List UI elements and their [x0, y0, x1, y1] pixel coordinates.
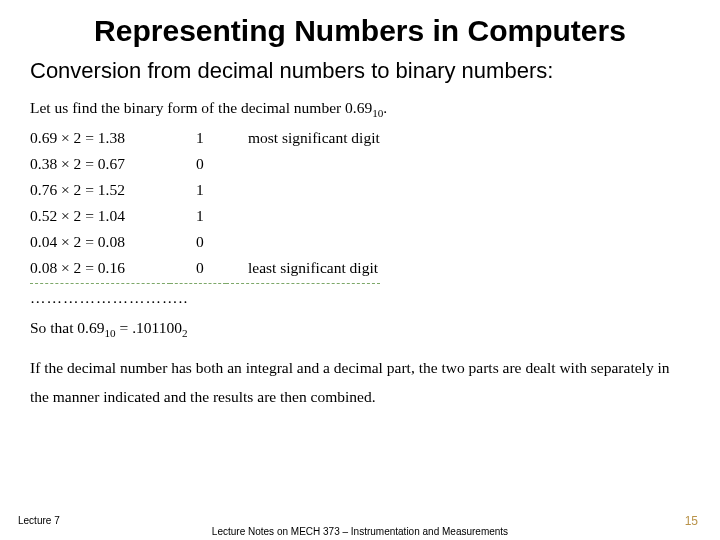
step-equation: 0.69 × 2 = 1.38 — [30, 126, 170, 152]
table-row: 0.08 × 2 = 0.16 0 least significant digi… — [30, 256, 380, 284]
slide-title: Representing Numbers in Computers — [28, 14, 692, 48]
footer-lecture-number: Lecture 7 — [18, 515, 60, 526]
slide-subtitle: Conversion from decimal numbers to binar… — [30, 58, 692, 84]
intro-prefix: Let us find the binary form of the decim… — [30, 99, 372, 116]
intro-subscript: 10 — [372, 107, 383, 119]
result-prefix: So that 0.69 — [30, 319, 105, 336]
result-sub1: 10 — [105, 327, 116, 339]
step-equation: 0.04 × 2 = 0.08 — [30, 230, 170, 256]
step-equation: 0.38 × 2 = 0.67 — [30, 152, 170, 178]
step-bit: 0 — [170, 152, 226, 178]
step-bit: 1 — [170, 178, 226, 204]
page-number: 15 — [685, 514, 698, 528]
table-row: 0.76 × 2 = 1.52 1 — [30, 178, 380, 204]
step-note — [226, 178, 380, 204]
step-note — [226, 152, 380, 178]
result-mid: = .101100 — [116, 319, 182, 336]
intro-line: Let us find the binary form of the decim… — [30, 96, 692, 120]
table-row: 0.52 × 2 = 1.04 1 — [30, 204, 380, 230]
table-row: 0.04 × 2 = 0.08 0 — [30, 230, 380, 256]
step-equation: 0.76 × 2 = 1.52 — [30, 178, 170, 204]
result-sub2: 2 — [182, 327, 188, 339]
step-note — [226, 204, 380, 230]
slide-content: Let us find the binary form of the decim… — [30, 96, 692, 411]
conversion-steps-table: 0.69 × 2 = 1.38 1 most significant digit… — [30, 126, 380, 284]
combined-note: If the decimal number has both an integr… — [30, 354, 692, 411]
step-equation: 0.52 × 2 = 1.04 — [30, 204, 170, 230]
step-bit: 1 — [170, 126, 226, 152]
step-note: most significant digit — [226, 126, 380, 152]
result-line: So that 0.6910 = .1011002 — [30, 316, 692, 340]
step-bit: 1 — [170, 204, 226, 230]
step-bit: 0 — [170, 256, 226, 284]
step-bit: 0 — [170, 230, 226, 256]
table-row: 0.38 × 2 = 0.67 0 — [30, 152, 380, 178]
table-row: 0.69 × 2 = 1.38 1 most significant digit — [30, 126, 380, 152]
step-note: least significant digit — [226, 256, 380, 284]
intro-suffix: . — [383, 99, 387, 116]
step-note — [226, 230, 380, 256]
ellipsis-line: ……………………….. — [30, 286, 692, 310]
footer-course-title: Lecture Notes on MECH 373 – Instrumentat… — [0, 526, 720, 537]
step-equation: 0.08 × 2 = 0.16 — [30, 256, 170, 284]
